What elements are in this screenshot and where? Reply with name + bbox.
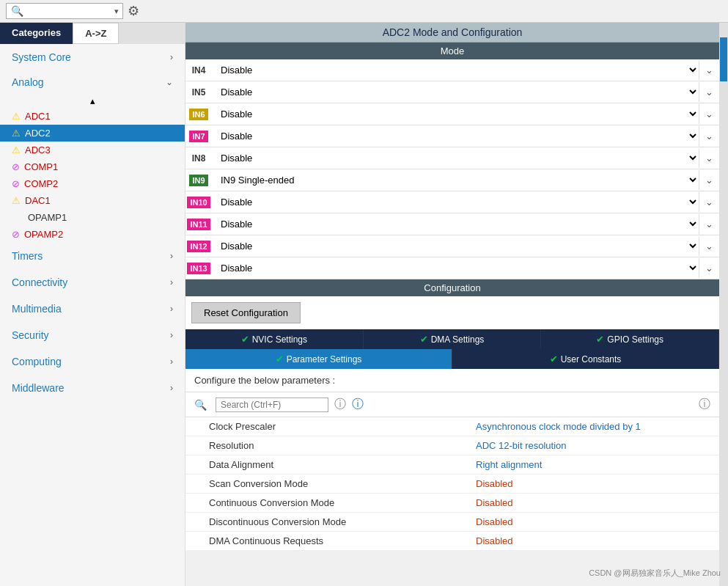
param-name-dma: DMA Continuous Requests: [185, 532, 470, 550]
in13-select[interactable]: Disable: [212, 257, 699, 279]
tab-nvic[interactable]: ✔ NVIC Settings: [185, 329, 364, 349]
mode-row-in5: IN5 Disable ⌄: [185, 81, 719, 103]
sidebar-content: System Core › Analog ⌄ ▴ ⚠ ADC1: [0, 44, 185, 586]
in13-label: IN13: [185, 258, 212, 279]
in12-dropdown-btn[interactable]: ⌄: [699, 236, 719, 256]
adc1-label: ADC1: [25, 111, 51, 122]
panel-title: ADC2 Mode and Configuration: [185, 23, 719, 43]
comp2-label: COMP2: [24, 178, 58, 189]
sidebar-label-middleware: Middleware: [12, 382, 65, 394]
params-search-input[interactable]: [221, 400, 323, 410]
sidebar-item-adc1[interactable]: ⚠ ADC1: [0, 108, 185, 125]
tab-user[interactable]: ✔ User Constants: [452, 349, 719, 369]
reset-config-button[interactable]: Reset Configuration: [191, 302, 301, 323]
in4-select[interactable]: Disable: [212, 59, 699, 81]
sidebar-item-opamp1[interactable]: OPAMP1: [0, 209, 185, 226]
info-right-icon[interactable]: ⓘ: [699, 397, 710, 412]
in9-label: IN9: [185, 170, 212, 191]
warn-icon: ⚠: [12, 128, 21, 139]
sidebar-item-comp1[interactable]: ⊘ COMP1: [0, 158, 185, 175]
in7-dropdown-btn[interactable]: ⌄: [699, 126, 719, 146]
sidebar-item-adc3[interactable]: ⚠ ADC3: [0, 142, 185, 158]
in4-dropdown-btn[interactable]: ⌄: [699, 60, 719, 80]
opamp1-label: OPAMP1: [28, 212, 67, 223]
in6-select[interactable]: Disable: [212, 103, 699, 125]
dac1-label: DAC1: [25, 195, 51, 206]
in12-select[interactable]: Disable: [212, 235, 699, 257]
in7-select[interactable]: Disable: [212, 125, 699, 147]
param-name-discontinuous: Discontinuous Conversion Mode: [185, 513, 470, 531]
tab-nvic-label: NVIC Settings: [252, 334, 307, 345]
watermark: CSDN @网易独家音乐人_Mike Zhou: [589, 568, 721, 579]
param-check-icon: ✔: [276, 354, 284, 365]
analog-header[interactable]: Analog ⌄: [0, 70, 185, 94]
param-row-clock: Clock Prescaler Asynchronous clock mode …: [185, 417, 719, 436]
in5-select[interactable]: Disable: [212, 81, 699, 103]
in9-dropdown-btn[interactable]: ⌄: [699, 170, 719, 190]
sidebar-item-system-core[interactable]: System Core ›: [0, 44, 185, 70]
warn-icon: ⚠: [12, 195, 21, 206]
in9-select[interactable]: IN9 Single-ended: [212, 169, 699, 191]
in13-dropdown-btn[interactable]: ⌄: [699, 258, 719, 278]
in5-dropdown-btn[interactable]: ⌄: [699, 82, 719, 102]
scrollbar-thumb[interactable]: [720, 37, 727, 81]
in11-dropdown-btn[interactable]: ⌄: [699, 214, 719, 234]
block-icon: ⊘: [12, 178, 20, 189]
sidebar-item-security[interactable]: Security ›: [0, 322, 185, 348]
sidebar-item-connectivity[interactable]: Connectivity ›: [0, 269, 185, 296]
in5-label: IN5: [185, 84, 212, 100]
sidebar-item-opamp2[interactable]: ⊘ OPAMP2: [0, 226, 185, 243]
in8-dropdown-btn[interactable]: ⌄: [699, 148, 719, 168]
param-name-alignment: Data Alignment: [185, 455, 470, 474]
tab-param[interactable]: ✔ Parameter Settings: [185, 349, 452, 369]
chevron-right-icon: ›: [170, 383, 173, 393]
in10-dropdown-btn[interactable]: ⌄: [699, 192, 719, 212]
param-row-resolution: Resolution ADC 12-bit resolution: [185, 436, 719, 455]
param-value-alignment: Right alignment: [470, 455, 719, 474]
scrollbar[interactable]: [719, 23, 728, 586]
sidebar-item-timers[interactable]: Timers ›: [0, 243, 185, 269]
dma-check-icon: ✔: [420, 334, 428, 345]
param-row-alignment: Data Alignment Right alignment: [185, 455, 719, 475]
tab-categories[interactable]: Categories: [0, 23, 73, 44]
sidebar-label-security: Security: [12, 329, 49, 341]
sidebar-item-computing[interactable]: Computing ›: [0, 348, 185, 375]
chevron-right-icon: ›: [170, 304, 173, 314]
tabs-row-1: ✔ NVIC Settings ✔ DMA Settings ✔ GPIO Se…: [185, 329, 719, 349]
mode-header: Mode: [185, 43, 719, 59]
in6-dropdown-btn[interactable]: ⌄: [699, 104, 719, 124]
param-value-clock: Asynchronous clock mode divided by 1: [470, 417, 719, 436]
mode-row-in7: IN7 Disable ⌄: [185, 125, 719, 147]
chevron-right-icon: ›: [170, 251, 173, 261]
info-circle-icon[interactable]: ⓘ: [334, 397, 346, 412]
gear-icon[interactable]: ⚙: [128, 3, 139, 19]
tab-dma[interactable]: ✔ DMA Settings: [364, 329, 542, 349]
tabs-row-2: ✔ Parameter Settings ✔ User Constants: [185, 349, 719, 369]
in8-select[interactable]: Disable: [212, 147, 699, 169]
in10-select[interactable]: Disable: [212, 191, 699, 213]
sidebar-item-dac1[interactable]: ⚠ DAC1: [0, 192, 185, 209]
param-value-scan: Disabled: [470, 475, 719, 493]
in12-label: IN12: [185, 236, 212, 257]
sort-icon: ▴: [0, 94, 185, 108]
dropdown-arrow-icon[interactable]: ▾: [114, 7, 119, 16]
param-value-dma: Disabled: [470, 532, 719, 550]
tab-az[interactable]: A->Z: [73, 23, 119, 44]
sidebar-tabs: Categories A->Z: [0, 23, 185, 44]
sidebar-item-multimedia[interactable]: Multimedia ›: [0, 296, 185, 322]
param-value-discontinuous: Disabled: [470, 513, 719, 531]
params-section: Configure the below parameters : 🔍 ⓘ ⓘ ⓘ…: [185, 369, 719, 551]
info-blue-icon[interactable]: ⓘ: [352, 397, 364, 412]
tab-gpio[interactable]: ✔ GPIO Settings: [541, 329, 719, 349]
in10-label: IN10: [185, 192, 212, 213]
sidebar-item-middleware[interactable]: Middleware ›: [0, 375, 185, 401]
param-row-dma: DMA Continuous Requests Disabled: [185, 532, 719, 551]
sidebar-label-multimedia: Multimedia: [12, 303, 62, 315]
comp1-label: COMP1: [24, 161, 58, 172]
param-name-clock: Clock Prescaler: [185, 417, 470, 436]
search-input[interactable]: [26, 6, 114, 17]
sidebar-item-adc2[interactable]: ⚠ ADC2: [0, 125, 185, 142]
sidebar-item-comp2[interactable]: ⊘ COMP2: [0, 175, 185, 192]
in11-select[interactable]: Disable: [212, 213, 699, 235]
chevron-down-icon: ⌄: [166, 77, 173, 87]
